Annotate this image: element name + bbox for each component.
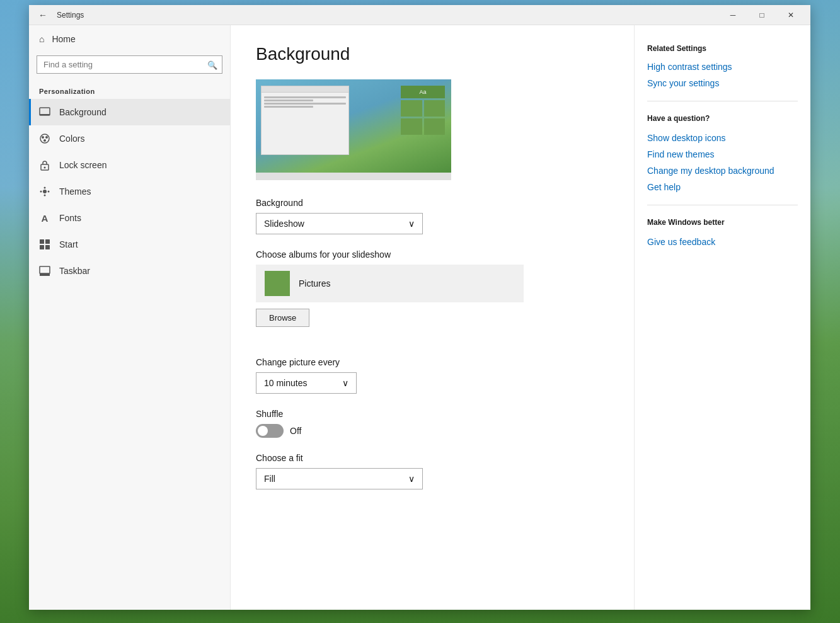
content-area: ⌂ Home 🔍 Personalization Background (29, 25, 810, 610)
choose-fit-field-group: Choose a fit Fill ∨ (256, 453, 609, 489)
sidebar-item-label-fonts: Fonts (59, 213, 81, 223)
title-bar: ← Settings ─ □ ✕ (29, 5, 810, 25)
sidebar-item-taskbar[interactable]: Taskbar (29, 258, 230, 284)
colors-icon (39, 133, 50, 144)
choose-fit-value: Fill (264, 474, 275, 484)
related-settings-title: Related Settings (647, 44, 798, 53)
svg-rect-16 (45, 245, 50, 249)
get-help-link[interactable]: Get help (647, 182, 798, 192)
svg-point-7 (44, 167, 46, 169)
svg-rect-13 (40, 239, 44, 244)
svg-rect-18 (40, 273, 50, 276)
preview-desktop-bg: Aa (256, 79, 451, 180)
album-name: Pictures (299, 278, 331, 289)
page-title: Background (256, 44, 609, 64)
settings-window: ← Settings ─ □ ✕ ⌂ Home 🔍 (29, 5, 810, 610)
find-new-themes-link[interactable]: Find new themes (647, 149, 798, 159)
sidebar-item-label-start: Start (59, 239, 78, 249)
change-picture-field-group: Change picture every 10 minutes ∨ (256, 357, 609, 394)
svg-point-11 (40, 191, 42, 193)
window-controls: ─ □ ✕ (718, 5, 805, 25)
svg-point-5 (43, 139, 46, 142)
give-feedback-link[interactable]: Give us feedback (647, 237, 798, 247)
svg-point-3 (42, 136, 44, 139)
change-picture-dropdown[interactable]: 10 minutes ∨ (256, 372, 357, 394)
svg-rect-14 (45, 239, 50, 244)
shuffle-field-group: Shuffle Off (256, 409, 609, 438)
start-icon (39, 239, 50, 250)
albums-field-label: Choose albums for your slideshow (256, 249, 609, 260)
background-dropdown-value: Slideshow (264, 219, 304, 229)
preview-tiles: Aa (401, 86, 445, 135)
svg-point-9 (44, 187, 46, 189)
preview-tile-1 (401, 100, 422, 117)
sidebar-item-background[interactable]: Background (29, 99, 230, 125)
right-panel: Related Settings High contrast settings … (634, 25, 810, 610)
change-picture-value: 10 minutes (264, 378, 307, 388)
svg-rect-15 (40, 245, 44, 249)
svg-point-12 (48, 191, 50, 193)
divider-2 (647, 205, 798, 205)
preview-window-titlebar (262, 86, 348, 93)
sidebar-item-themes[interactable]: Themes (29, 178, 230, 205)
shuffle-field-label: Shuffle (256, 409, 609, 419)
album-row[interactable]: Pictures (256, 265, 524, 302)
background-field-label: Background (256, 198, 609, 208)
taskbar-icon (39, 265, 50, 277)
preview-tile-3 (401, 118, 422, 135)
change-desktop-bg-link[interactable]: Change my desktop background (647, 166, 798, 176)
change-picture-chevron: ∨ (342, 378, 348, 388)
close-button[interactable]: ✕ (776, 5, 805, 25)
svg-rect-17 (40, 266, 50, 273)
preview-tile-wide: Aa (401, 86, 445, 98)
browse-button[interactable]: Browse (256, 309, 309, 327)
sidebar-item-label-lock-screen: Lock screen (59, 160, 106, 170)
sidebar: ⌂ Home 🔍 Personalization Background (29, 25, 231, 610)
sync-settings-link[interactable]: Sync your settings (647, 78, 798, 88)
search-input[interactable] (37, 55, 222, 74)
svg-point-10 (44, 195, 46, 197)
background-dropdown[interactable]: Slideshow ∨ (256, 213, 423, 234)
shuffle-toggle-row: Off (256, 424, 609, 438)
maximize-button[interactable]: □ (747, 5, 776, 25)
albums-field-group: Choose albums for your slideshow Picture… (256, 249, 609, 342)
background-field-group: Background Slideshow ∨ (256, 198, 609, 234)
search-box: 🔍 (37, 55, 222, 74)
preview-line-4 (264, 106, 313, 108)
background-dropdown-chevron: ∨ (408, 219, 415, 229)
back-button[interactable]: ← (34, 6, 52, 24)
make-windows-better-title: Make Windows better (647, 218, 798, 227)
sidebar-home-button[interactable]: ⌂ Home (29, 25, 230, 53)
home-icon: ⌂ (39, 34, 44, 44)
svg-point-8 (43, 190, 47, 193)
svg-point-4 (45, 136, 48, 139)
preview-tile-4 (424, 118, 446, 135)
sidebar-item-label-colors: Colors (59, 134, 84, 144)
high-contrast-link[interactable]: High contrast settings (647, 62, 798, 72)
preview-line-1 (264, 96, 346, 98)
preview-taskbar (256, 173, 451, 180)
have-question-title: Have a question? (647, 114, 798, 123)
minimize-button[interactable]: ─ (718, 5, 747, 25)
main-panel: Background Aa (231, 25, 634, 610)
sidebar-item-lock-screen[interactable]: Lock screen (29, 152, 230, 178)
window-title: Settings (57, 11, 718, 20)
sidebar-section-title: Personalization (29, 81, 230, 99)
choose-fit-dropdown[interactable]: Fill ∨ (256, 468, 423, 489)
fonts-icon: A (39, 212, 50, 224)
sidebar-item-label-taskbar: Taskbar (59, 266, 90, 276)
sidebar-item-fonts[interactable]: A Fonts (29, 205, 230, 231)
lock-icon (39, 159, 50, 171)
shuffle-toggle[interactable] (256, 424, 284, 438)
svg-rect-1 (40, 114, 50, 115)
show-desktop-icons-link[interactable]: Show desktop icons (647, 133, 798, 143)
toggle-knob (258, 426, 268, 436)
sidebar-item-start[interactable]: Start (29, 231, 230, 258)
preview-window (261, 86, 349, 155)
divider-1 (647, 101, 798, 101)
choose-fit-chevron: ∨ (408, 474, 415, 484)
preview-line-2 (264, 100, 313, 101)
preview-line-3 (264, 103, 346, 105)
sidebar-item-colors[interactable]: Colors (29, 125, 230, 152)
sidebar-item-label-background: Background (59, 107, 106, 117)
